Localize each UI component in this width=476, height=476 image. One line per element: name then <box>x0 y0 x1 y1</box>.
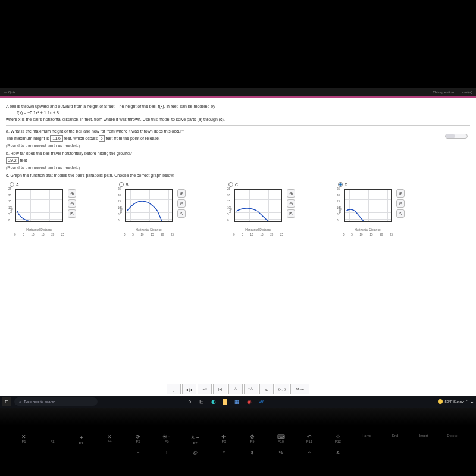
progress-indicator[interactable] <box>445 134 468 139</box>
problem-intro: A ball is thrown upward and outward from… <box>6 104 470 108</box>
taskbar-apps: ○ ⊟ ◐ ▇ ▦ ◉ W <box>186 397 265 406</box>
problem-intro-2: where x is the ball's horizontal distanc… <box>6 117 470 121</box>
num-key: & <box>329 450 347 455</box>
graph-y-ticks: 2520151050 <box>337 188 340 223</box>
popout-icon[interactable]: ⇱ <box>177 209 186 218</box>
radio-option-d[interactable] <box>338 182 343 187</box>
laptop-screen: — Quiz: … This question: … point(s) A ba… <box>0 88 476 408</box>
graph-frame[interactable] <box>344 189 392 222</box>
zoom-in-icon[interactable]: ⊕ <box>68 189 76 198</box>
graph-frame[interactable] <box>15 189 63 222</box>
windows-taskbar: ⊞ ⌕ Type here to search ○ ⊟ ◐ ▇ ▦ ◉ W 50… <box>0 396 476 408</box>
app-icon-1[interactable]: ▦ <box>233 397 242 406</box>
search-icon: ⌕ <box>19 400 21 403</box>
taskbar-search[interactable]: ⌕ Type here to search <box>14 397 98 406</box>
fn-key: ☆F12 <box>329 434 347 445</box>
divider <box>6 125 470 126</box>
part-b-question: b. How far does the ball travel horizont… <box>6 151 470 155</box>
graph-y-ticks: 2520151050 <box>227 188 230 223</box>
palette-button-0[interactable]: ⋮ <box>167 384 181 394</box>
zoom-in-icon[interactable]: ⊕ <box>287 189 295 198</box>
fn-key: ✕F1 <box>15 434 33 445</box>
graph-xlabel: Horizontal Distance <box>234 228 282 231</box>
graph-option-d: D. Height 2520151050 0510152025 Horizont… <box>338 182 433 231</box>
titlebar-right: This question: … point(s) <box>433 90 472 94</box>
cortana-icon[interactable]: ○ <box>186 397 194 406</box>
part-a-input-1[interactable]: 11.6 <box>50 135 63 142</box>
edge-icon[interactable]: ◐ <box>209 397 218 406</box>
fn-key-row: ✕F1—F2＋F3✕F4⟳F5☀−F6☀＋F7✈F8⚙F9⌨F10↶F11☆F1… <box>0 425 476 449</box>
radio-option-a[interactable] <box>10 182 14 187</box>
graph-x-ticks: 0510152025 <box>14 233 64 236</box>
palette-button-7[interactable]: (a,b) <box>275 384 289 394</box>
zoom-in-icon[interactable]: ⊕ <box>177 189 186 198</box>
part-a-question: a. What is the maximum height of the bal… <box>6 129 470 133</box>
search-placeholder: Type here to search <box>24 400 55 403</box>
zoom-out-icon[interactable]: ⊖ <box>287 199 295 208</box>
fn-key: End <box>386 434 404 445</box>
num-key: # <box>215 450 233 455</box>
question-content: A ball is thrown upward and outward from… <box>0 98 476 408</box>
palette-button-8[interactable]: More <box>290 384 309 394</box>
zoom-out-icon[interactable]: ⊖ <box>177 199 186 208</box>
option-label: D. <box>345 183 349 187</box>
graph-frame[interactable] <box>234 189 282 222</box>
part-b-input[interactable]: 29.2 <box>6 157 19 164</box>
laptop-hinge <box>0 408 476 425</box>
fn-key: ↶F11 <box>300 434 318 445</box>
weather-text[interactable]: 50°F Sunny <box>445 400 464 403</box>
fn-key: Insert <box>415 434 433 445</box>
num-key: ~ <box>129 450 147 455</box>
num-key: % <box>272 450 290 455</box>
zoom-out-icon[interactable]: ⊖ <box>68 199 76 208</box>
chrome-icon[interactable]: ◉ <box>245 397 253 406</box>
radio-option-b[interactable] <box>119 182 124 187</box>
math-palette: ⋮∎∣∎a ͯ|a|√aⁿ√aaₓ(a,b)More <box>167 384 309 394</box>
graph-tools: ⊕ ⊖ ⇱ <box>396 189 405 231</box>
graph-tools: ⊕ ⊖ ⇱ <box>68 189 76 231</box>
fn-key: ⚙F9 <box>243 434 261 445</box>
part-b-unit: feet <box>20 158 27 162</box>
zoom-in-icon[interactable]: ⊕ <box>396 189 405 198</box>
num-key: $ <box>243 450 261 455</box>
popout-icon[interactable]: ⇱ <box>396 209 405 218</box>
palette-button-1[interactable]: ∎∣∎ <box>182 384 196 394</box>
titlebar-left: — Quiz: … <box>4 90 433 94</box>
fn-key: —F2 <box>43 434 61 445</box>
radio-option-c[interactable] <box>228 182 233 187</box>
part-a-input-2[interactable]: 6 <box>99 135 105 142</box>
palette-button-3[interactable]: |a| <box>213 384 227 394</box>
app-titlebar: — Quiz: … This question: … point(s) <box>0 88 476 96</box>
fn-key: Home <box>358 434 375 445</box>
explorer-icon[interactable]: ▇ <box>221 397 230 406</box>
palette-button-4[interactable]: √a <box>228 384 243 394</box>
part-b-answer: 29.2 feet <box>6 157 470 164</box>
fn-key: ☀−F6 <box>158 434 176 445</box>
option-label: C. <box>235 183 239 187</box>
popout-icon[interactable]: ⇱ <box>287 209 295 218</box>
part-a-post: feet from the point of release. <box>106 136 160 140</box>
laptop-keyboard: ✕F1—F2＋F3✕F4⟳F5☀−F6☀＋F7✈F8⚙F9⌨F10↶F11☆F1… <box>0 408 476 476</box>
popout-icon[interactable]: ⇱ <box>68 209 76 218</box>
photo-black-top <box>0 0 476 88</box>
palette-button-2[interactable]: a ͯ <box>198 384 212 394</box>
palette-button-5[interactable]: ⁿ√a <box>244 384 258 394</box>
weather-icon <box>438 399 443 404</box>
fn-key: ☀＋F7 <box>186 434 204 445</box>
graph-option-a: A. Height 2520151050 0510152025 Horizont… <box>10 182 105 231</box>
part-a-answer: The maximum height is 11.6 feet, which o… <box>6 135 470 142</box>
graph-frame[interactable] <box>125 189 173 222</box>
word-icon[interactable]: W <box>257 397 265 406</box>
fn-key: ⟳F5 <box>129 434 147 445</box>
part-b-note: (Round to the nearest tenth as needed.) <box>6 165 470 170</box>
num-key-row: ~!@#$%^& <box>0 449 476 456</box>
zoom-out-icon[interactable]: ⊖ <box>396 199 405 208</box>
palette-button-6[interactable]: aₓ <box>259 384 274 394</box>
tray-cloud-icon[interactable]: ☁ <box>470 400 474 404</box>
part-a-pre: The maximum height is <box>6 136 50 140</box>
fn-key: ＋F3 <box>72 434 90 445</box>
tray-chevron-icon[interactable]: ˄ <box>466 400 468 404</box>
task-view-icon[interactable]: ⊟ <box>198 397 206 406</box>
start-button[interactable]: ⊞ <box>2 397 11 406</box>
graph-y-ticks: 2520151050 <box>8 188 11 223</box>
